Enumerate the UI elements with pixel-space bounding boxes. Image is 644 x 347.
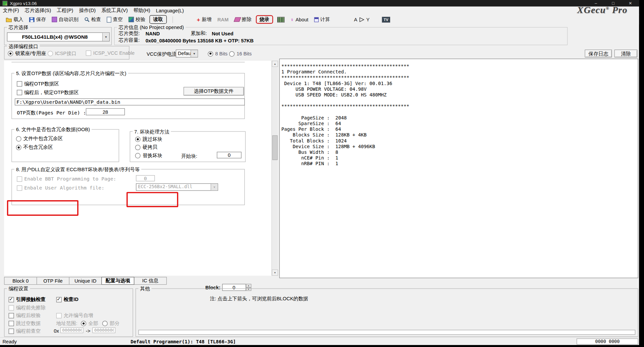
start-block-label: 开始块:: [181, 153, 197, 160]
verify-button[interactable]: 校验: [127, 15, 147, 24]
status-ready: Ready: [2, 339, 17, 345]
address-all-radio[interactable]: [81, 321, 86, 326]
calculator-button[interactable]: 计算: [312, 15, 332, 24]
scrollbar-up-icon[interactable]: ▲: [272, 61, 278, 67]
blank-check-button[interactable]: 查空: [105, 15, 125, 24]
menu-item-chip-select[interactable]: 芯片选择(S): [22, 6, 54, 15]
add-label: 新增: [202, 16, 212, 23]
tv-icon: TV: [382, 17, 390, 22]
tab-block0[interactable]: Block 0: [4, 277, 37, 285]
eraser-icon: [233, 17, 241, 22]
choose-otp-file-button[interactable]: 选择OTP数据文件: [184, 87, 244, 96]
icsp-radio[interactable]: [48, 51, 53, 56]
chip-select-combo[interactable]: F50L1G41LB(x4) @WSON8 ▼: [7, 32, 110, 41]
blank-check-before-checkbox[interactable]: [9, 329, 14, 334]
otp-group: 5. 设置OTP数据 (该区域内容,芯片只允许编程一次) 编程OTP数据区 编程…: [11, 73, 245, 119]
address-to-input[interactable]: [93, 327, 116, 333]
algorithm-dropdown-icon[interactable]: ▼: [211, 184, 218, 191]
start-block-input[interactable]: [217, 152, 241, 158]
bbt-page-input[interactable]: [136, 175, 155, 181]
replace-bad-block-radio[interactable]: [135, 153, 141, 158]
program-otp-label: 编程OTP数据区: [24, 80, 59, 87]
plus-icon: +: [197, 17, 200, 22]
program-otp-checkbox[interactable]: [17, 81, 22, 86]
without-oob-label: 不包含冗余区: [23, 144, 53, 151]
chip-type-value: NAND: [146, 31, 178, 36]
block-spin-up-icon[interactable]: ▲: [246, 284, 251, 287]
tab-ic-info[interactable]: IC 信息: [134, 277, 167, 285]
auto-identify-button[interactable]: 自动识别: [50, 15, 80, 24]
tab-unique-id[interactable]: Unique ID: [69, 277, 102, 285]
ram-button[interactable]: RAM: [216, 16, 230, 23]
open-folder-icon: [6, 17, 12, 22]
erase-before-checkbox[interactable]: [9, 305, 14, 311]
user-dll-group: 8. 用户DLL自定义设置 ECC/BBT坏块表/替换表/序列号等 Enable…: [11, 169, 245, 205]
menu-item-operation[interactable]: 操作(D): [76, 6, 99, 15]
enable-bbt-checkbox[interactable]: [17, 176, 22, 182]
load-button[interactable]: 载入: [4, 15, 25, 24]
hard-copy-radio[interactable]: [135, 145, 141, 150]
skip-blank-checkbox[interactable]: [9, 321, 14, 326]
skip-bad-block-radio[interactable]: [135, 136, 141, 142]
read-button[interactable]: 读取: [150, 15, 167, 24]
about-icon: ♀: [290, 17, 294, 22]
auto-serial-checkbox[interactable]: [56, 313, 61, 318]
algorithm-file-combo[interactable]: ECC-256Bx2-SMALL.dll ▼: [136, 184, 218, 191]
tv-button[interactable]: TV: [380, 16, 391, 23]
check-id-checkbox[interactable]: [56, 297, 61, 302]
menu-item-help[interactable]: 帮助(H): [131, 6, 153, 15]
clear-log-button[interactable]: 清除: [614, 50, 637, 57]
address-from-input[interactable]: [60, 327, 84, 333]
bottom-tabs: Block 0 OTP File Unique ID 配置与选项 IC 信息: [4, 277, 166, 285]
program-button[interactable]: 烧录: [256, 15, 273, 24]
add-button[interactable]: + 新增: [195, 15, 213, 24]
status-bar: Ready Default Programmer(1): T48 [TL866-…: [0, 337, 639, 345]
hex-prefix-label: 0x: [54, 328, 59, 334]
menu-item-system-tools[interactable]: 系统工具(V): [99, 6, 131, 15]
programming-interface-group: 选择编程接口 锁紧座/专用座 ICSP接口 ICSP_VCC Enable: [4, 46, 129, 60]
save-button[interactable]: 保存: [27, 15, 47, 24]
pin-check-checkbox[interactable]: [9, 297, 14, 302]
config-panel-scrollbar[interactable]: ▲ ▼: [272, 61, 278, 276]
verify-after-checkbox[interactable]: [9, 313, 14, 318]
enable-bbt-label: Enable BBT Programming to Page:: [24, 176, 116, 182]
programming-settings-title: 编程设置: [7, 286, 30, 293]
menu-item-language[interactable]: Language(L): [153, 7, 187, 14]
log-text: ****************************************…: [280, 59, 638, 170]
address-part-radio[interactable]: [102, 321, 108, 326]
otp-file-path-input[interactable]: [15, 98, 245, 105]
address-range-label: 地址范围:: [56, 320, 77, 327]
scrollbar-down-icon[interactable]: ▼: [272, 270, 278, 276]
config-panel: 5. 设置OTP数据 (该区域内容,芯片只允许编程一次) 编程OTP数据区 编程…: [4, 61, 278, 276]
programming-settings-group: 编程设置 引脚接触检查 检查ID 编程前先擦除 编程后校验 允许编号自增 跳过空…: [4, 288, 133, 337]
lock-otp-checkbox[interactable]: [17, 90, 22, 95]
scrollbar-thumb[interactable]: [272, 135, 278, 160]
check-button[interactable]: 检查: [83, 15, 103, 24]
with-oob-radio[interactable]: [16, 136, 21, 141]
erase-button[interactable]: 擦除: [233, 15, 253, 24]
otp-pages-input[interactable]: [86, 108, 125, 115]
about-button[interactable]: ♀ About: [289, 16, 310, 23]
vcc-dropdown-icon[interactable]: ▼: [190, 50, 197, 57]
vcc-current-combo[interactable]: Default ▼: [176, 50, 198, 57]
bits16-radio[interactable]: [229, 51, 234, 56]
vcc-current-value: Default: [176, 50, 190, 57]
save-log-button[interactable]: 保存日志: [585, 50, 612, 57]
barcode-button[interactable]: [275, 16, 286, 23]
menu-item-project[interactable]: 工程(P): [54, 6, 76, 15]
enable-user-algorithm-checkbox[interactable]: [17, 185, 22, 191]
icsp-vcc-checkbox[interactable]: [86, 50, 91, 56]
verify-after-label: 编程后校验: [16, 312, 41, 319]
tab-otp-file[interactable]: OTP File: [36, 277, 69, 285]
menu-item-file[interactable]: 文件(F): [0, 6, 22, 15]
socket-radio[interactable]: [8, 51, 13, 56]
logic-test-button[interactable]: A Y: [352, 16, 371, 23]
icsp-vcc-label: ICSP_VCC Enable: [93, 50, 135, 56]
vcc-current-label: VCC保护电流:: [147, 51, 178, 58]
without-oob-radio[interactable]: [16, 145, 21, 150]
tab-config-options[interactable]: 配置与选项: [102, 277, 134, 285]
chip-select-dropdown-icon[interactable]: ▼: [102, 33, 109, 41]
log-panel[interactable]: ****************************************…: [279, 59, 638, 278]
progress-field: [138, 330, 635, 335]
bits8-radio[interactable]: [208, 51, 213, 56]
